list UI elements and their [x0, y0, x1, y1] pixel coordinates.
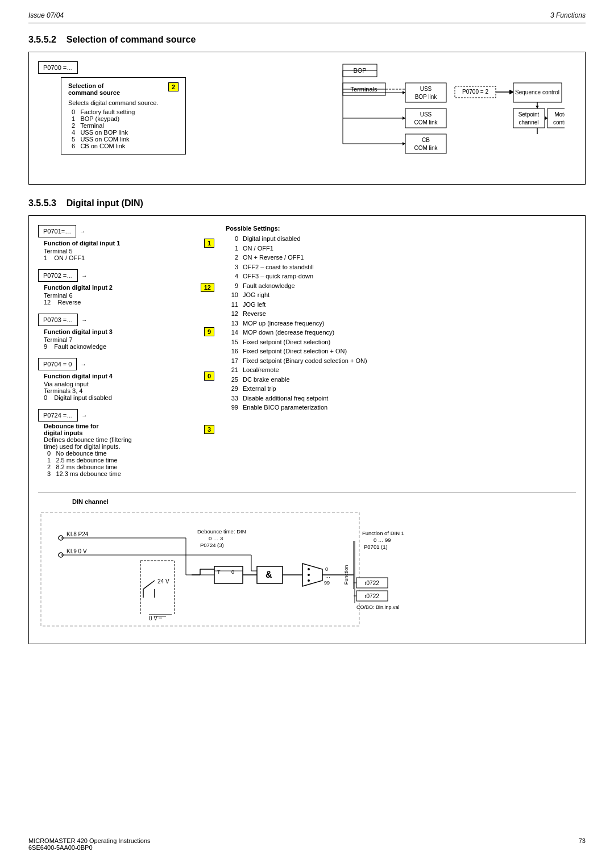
setting-9: 9Fault acknowledge	[226, 281, 453, 291]
footer-product: MICROMASTER 420 Operating Instructions	[28, 837, 151, 844]
din-row-p0724: P0724 =… → Debounce time for digital inp…	[38, 409, 214, 477]
p0703-sub2: 9 Fault acknowledge	[44, 343, 214, 350]
svg-text:P0724 (3): P0724 (3)	[200, 542, 224, 548]
box-item-5: 5 USS on COM link	[68, 136, 179, 143]
svg-marker-34	[403, 91, 405, 94]
svg-marker-36	[403, 142, 405, 145]
p0704-title: Function digital input 4	[44, 373, 113, 379]
box-title: Selection of	[68, 82, 103, 89]
svg-text:…: …	[325, 573, 330, 579]
svg-text:0 … 3: 0 … 3	[209, 535, 223, 541]
p0704-sub3: 0 Digital input disabled	[44, 394, 214, 401]
setting-1: 1ON / OFF1	[226, 244, 453, 253]
p0703-sub1: Terminal 7	[44, 336, 214, 343]
p0724-param: P0724 =…	[38, 409, 78, 422]
setting-11: 11JOG left	[226, 300, 453, 310]
p0724-sub1: Defines debounce time (filtering	[44, 436, 214, 443]
p0702-sub1: Terminal 6	[44, 292, 214, 299]
setting-25: 25DC brake enable	[226, 375, 453, 385]
setting-15: 15Fixed setpoint (Direct selection)	[226, 337, 453, 347]
box-desc: Selects digital command source.	[68, 99, 179, 106]
cmd-left-panel: P0700 =… Selection of command source 2 S…	[38, 61, 220, 155]
svg-text:Debounce time: DIN: Debounce time: DIN	[197, 528, 246, 535]
setting-99: 99Enable BICO parameterization	[226, 403, 453, 412]
svg-text:24 V: 24 V	[157, 578, 169, 585]
cmd-source-svg: BOP Terminals USS BOP link P0700 = 2	[337, 61, 565, 172]
box-badge: 2	[168, 82, 179, 91]
svg-text:P0700 = 2: P0700 = 2	[462, 89, 488, 95]
footer-left: MICROMASTER 420 Operating Instructions 6…	[28, 837, 151, 851]
svg-text:&: &	[265, 570, 272, 579]
svg-text:r0722: r0722	[364, 580, 379, 586]
p0724-item-2: 2 8.2 ms debounce time	[44, 464, 214, 470]
box-subtitle: command source	[68, 89, 120, 96]
setting-21: 21Local/remote	[226, 365, 453, 375]
din-channel-label: DIN channel	[72, 498, 576, 505]
din-channel-svg: KI.8 P24 KI.9 0 V Debounce time: DIN 0 ……	[38, 510, 550, 635]
p0724-item-0: 0 No debounce time	[44, 450, 214, 457]
p0702-sub2: 12 Reverse	[44, 299, 214, 306]
svg-text:0: 0	[231, 569, 234, 575]
svg-point-79	[308, 579, 310, 582]
section-352-heading: Selection of command source	[67, 35, 196, 44]
din-diagram-area: DIN channel KI.8 P24 KI.9 0 V Debounce t…	[38, 492, 576, 635]
din-right-panel: Possible Settings: 0Digital input disabl…	[214, 225, 453, 412]
p0701-sub2: 1 ON / OFF1	[44, 254, 214, 261]
din-section-box: P0701=… → Function of digital input 1 1 …	[28, 215, 586, 644]
svg-text:Motor: Motor	[554, 111, 565, 118]
svg-text:KI.9  0 V: KI.9 0 V	[67, 548, 87, 554]
din-row-p0704: P0704 = 0 → Function digital input 4 0 V…	[38, 358, 214, 401]
section-3552: 3.5.5.2 Selection of command source P070…	[28, 35, 586, 185]
setting-10: 10JOG right	[226, 290, 453, 300]
svg-text:Setpoint: Setpoint	[518, 111, 540, 118]
p0703-badge: 9	[204, 327, 214, 336]
setting-29: 29External trip	[226, 384, 453, 394]
section-353-title: 3.5.5.3 Digital input (DIN)	[28, 198, 586, 208]
section-352-number: 3.5.5.2	[28, 35, 56, 44]
p0724-sub2: time) used for digital inputs.	[44, 443, 214, 450]
p0702-title: Function digital input 2	[44, 284, 113, 291]
footer-page-number: 73	[579, 837, 586, 851]
setting-12: 12Reverse	[226, 309, 453, 319]
setting-2: 2ON + Reverse / OFF1	[226, 253, 453, 262]
p0702-badge: 12	[201, 283, 214, 292]
box-item-4: 4 USS on BOP link	[68, 129, 179, 136]
box-item-6: 6 CB on COM link	[68, 143, 179, 149]
svg-text:BOP link: BOP link	[415, 94, 438, 100]
din-row-p0702: P0702 =… → Function digital input 2 12 T…	[38, 269, 214, 306]
svg-text:CB: CB	[422, 137, 430, 143]
possible-settings-title: Possible Settings:	[226, 225, 453, 232]
din-left-panel: P0701=… → Function of digital input 1 1 …	[38, 225, 214, 485]
p0704-param: P0704 = 0	[38, 358, 77, 370]
possible-settings-list: 0Digital input disabled 1ON / OFF1 2ON +…	[226, 234, 453, 412]
section-353-heading: Digital input (DIN)	[67, 198, 143, 208]
page: Issue 07/04 3 Functions 3.5.5.2 Selectio…	[0, 0, 614, 868]
svg-text:T: T	[217, 569, 221, 575]
svg-point-77	[308, 568, 310, 570]
p0700-param-box: P0700 =…	[38, 61, 78, 74]
p0724-badge: 3	[204, 425, 214, 434]
svg-text:Function of DIN 1: Function of DIN 1	[362, 530, 404, 536]
svg-text:control: control	[553, 119, 565, 126]
svg-text:Sequence control: Sequence control	[515, 89, 559, 95]
svg-marker-27	[536, 106, 539, 108]
setting-14: 14MOP down (decrease frequency)	[226, 328, 453, 337]
section-353: 3.5.5.3 Digital input (DIN) P0701=… → Fu…	[28, 198, 586, 644]
section-352-title: 3.5.5.2 Selection of command source	[28, 35, 586, 45]
svg-marker-35	[403, 116, 405, 120]
setting-3: 3OFF2 – coast to standstill	[226, 262, 453, 272]
svg-point-78	[308, 574, 310, 576]
setting-0: 0Digital input disabled	[226, 234, 453, 244]
section-353-number: 3.5.5.3	[28, 198, 56, 208]
p0724-item-3: 3 12.3 ms debounce time	[44, 470, 214, 477]
svg-text:P0701 (1): P0701 (1)	[364, 544, 388, 550]
box-item-1: 1 BOP (keypad)	[68, 115, 179, 122]
svg-text:0: 0	[325, 566, 328, 572]
setting-13: 13MOP up (increase frequency)	[226, 319, 453, 328]
svg-text:CO/BO: Bin.inp.val: CO/BO: Bin.inp.val	[356, 604, 400, 610]
svg-text:COM link: COM link	[414, 145, 438, 151]
cmd-source-box: P0700 =… Selection of command source 2 S…	[28, 52, 586, 185]
svg-text:99: 99	[324, 580, 330, 586]
p0704-badge: 0	[204, 372, 214, 381]
p0701-badge: 1	[204, 239, 214, 248]
